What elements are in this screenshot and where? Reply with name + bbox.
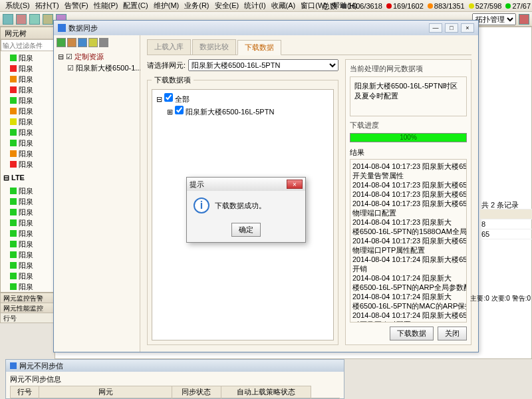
dialog-titlebar[interactable]: 提示 × — [187, 178, 305, 191]
window-icon — [58, 24, 66, 32]
line-label: 行号 — [0, 313, 55, 323]
ne-select[interactable]: 阳泉新大楼6500-16L-5PTN — [188, 59, 338, 71]
tab-perf[interactable]: 网元性能监控 — [0, 303, 55, 313]
window-title: 数据同步 — [68, 23, 426, 33]
tree-item[interactable]: 阳泉 — [1, 186, 54, 196]
tree-toolbar-icon[interactable] — [88, 38, 98, 47]
tree-item[interactable]: 阳泉 — [1, 196, 54, 207]
toolbar-icon[interactable] — [43, 14, 53, 25]
close-button[interactable]: 关闭 — [438, 327, 467, 340]
tree-item[interactable]: 阳泉 — [1, 53, 54, 63]
current-item-title: 当前处理的网元数据项 — [350, 64, 467, 74]
info-icon: i — [194, 198, 209, 213]
tree-toolbar-icon[interactable] — [57, 38, 66, 47]
tree-item[interactable]: 阳泉 — [1, 260, 54, 271]
minimize-button[interactable]: — — [429, 23, 442, 33]
tab-alarm[interactable]: 网元监控告警 — [0, 293, 55, 303]
info-dialog: 提示 × i 下载数据成功。 确定 — [186, 177, 306, 243]
select-ne-label: 请选择网元: — [147, 61, 186, 70]
tree-toolbar-icon[interactable] — [99, 38, 108, 47]
download-button[interactable]: 下载数据 — [390, 327, 434, 340]
tree-toolbar-icon[interactable] — [67, 38, 76, 47]
bottom-titlebar[interactable]: 网元不同步信 — [6, 360, 344, 372]
ok-button[interactable]: 确定 — [231, 223, 261, 237]
close-button[interactable]: × — [461, 23, 474, 33]
sync-tabs: 上载入库 数据比较 下载数据 — [147, 39, 471, 55]
status-total-label: 总数 — [323, 1, 337, 11]
current-item-box: 阳泉新大楼6500-16L-5PTN时区及夏令时配置 — [350, 76, 467, 116]
menu-item[interactable]: 告警(F) — [62, 1, 91, 11]
unsync-ne-window: 网元不同步信 网元不同步信息 行号网元同步状态自动上载策略状态 6阳泉原东一汽大… — [5, 359, 344, 399]
tree-item[interactable]: 阳泉 — [1, 74, 54, 84]
ne-tree[interactable]: 阳泉阳泉阳泉阳泉阳泉阳泉阳泉阳泉阳泉阳泉阳泉 — [1, 51, 54, 171]
menu-item[interactable]: 维护(M) — [151, 1, 182, 11]
toolbar-icon[interactable] — [519, 14, 529, 25]
tree-item[interactable]: 阳泉 — [1, 148, 54, 159]
tab-compare[interactable]: 数据比较 — [192, 39, 236, 55]
toolbar-icon[interactable] — [29, 14, 40, 25]
maximize-button[interactable]: □ — [445, 23, 458, 33]
ne-tree-lte[interactable]: 阳泉阳泉阳泉阳泉阳泉阳泉阳泉阳泉阳泉阳泉阳泉 — [1, 184, 54, 304]
tree-item[interactable]: 阳泉 — [1, 63, 54, 74]
window-icon — [10, 362, 17, 369]
tree-item[interactable]: 阳泉 — [1, 127, 54, 138]
lte-group[interactable]: ⊟ LTE — [1, 172, 54, 183]
resource-tree[interactable]: ⊟ ☑ 定制资源 ☑ 阳泉新大楼6500-1... — [57, 50, 137, 75]
left-pane: 网元树 阳泉阳泉阳泉阳泉阳泉阳泉阳泉阳泉阳泉阳泉阳泉 ⊟ LTE 阳泉阳泉阳泉阳… — [0, 27, 55, 293]
progress-bar: 100% — [350, 133, 467, 142]
menu-item[interactable]: 系统(S) — [3, 1, 33, 11]
menu-item[interactable]: 收藏(A) — [269, 1, 299, 11]
filter-input[interactable] — [1, 39, 54, 51]
dialog-close-icon[interactable]: × — [287, 180, 303, 189]
tab-download[interactable]: 下载数据 — [237, 40, 281, 55]
menu-item[interactable]: 业务(R) — [182, 1, 211, 11]
tree-item[interactable]: 阳泉 — [1, 249, 54, 260]
tree-item[interactable]: 阳泉 — [1, 281, 54, 292]
window-titlebar[interactable]: 数据同步 — □ × — [54, 21, 478, 35]
tree-item[interactable]: 阳泉 — [1, 84, 54, 95]
tree-item[interactable]: 阳泉 — [1, 217, 54, 228]
tree-item[interactable]: 阳泉 — [1, 159, 54, 170]
alarm-summary: 主要:0 次要:0 警告:0 — [470, 294, 531, 303]
result-log[interactable]: 2014-08-04 10:17:23 阳泉新大楼6500-16L-5PTN开关… — [350, 159, 467, 323]
sync-left-tree-pane: ⊟ ☑ 定制资源 ☑ 阳泉新大楼6500-1... — [54, 35, 140, 352]
tree-item[interactable]: 阳泉 — [1, 239, 54, 249]
progress-label: 下载进度 — [350, 120, 467, 130]
menu-item[interactable]: 安全(E) — [212, 1, 242, 11]
tree-item[interactable]: 阳泉 — [1, 106, 54, 116]
menu-item[interactable]: 拓扑(T) — [33, 1, 62, 11]
right-side-panel: 共 2 条记录 8 65 — [480, 200, 532, 239]
unsync-table[interactable]: 行号网元同步状态自动上载策略状态 6阳泉原东一汽大众4S店PTN未同步禁止 — [10, 386, 340, 399]
result-label: 结果 — [350, 148, 467, 158]
tree-item[interactable]: 阳泉 — [1, 138, 54, 148]
tree-toolbar-icon[interactable] — [78, 38, 87, 47]
tree-item[interactable]: 阳泉 — [1, 228, 54, 239]
toolbar-icon[interactable] — [16, 14, 27, 25]
tree-item[interactable]: 阳泉 — [1, 271, 54, 281]
tree-item[interactable]: 阳泉 — [1, 116, 54, 127]
dialog-message: 下载数据成功。 — [215, 201, 266, 211]
left-bottom-tabs: 网元监控告警 网元性能监控 行号 — [0, 293, 55, 323]
toolbar-icon[interactable] — [3, 14, 13, 25]
left-tab[interactable]: 网元树 — [1, 27, 54, 39]
tree-item[interactable]: 阳泉 — [1, 207, 54, 217]
tab-upload[interactable]: 上载入库 — [147, 39, 191, 55]
menu-item[interactable]: 统计(I) — [241, 1, 268, 11]
menu-item[interactable]: 配置(C) — [120, 1, 150, 11]
top-status: 总数 1606/3618 169/1602 883/1351 527/598 2… — [323, 0, 531, 12]
tree-item[interactable]: 阳泉 — [1, 95, 54, 106]
menu-item[interactable]: 性能(P) — [91, 1, 121, 11]
